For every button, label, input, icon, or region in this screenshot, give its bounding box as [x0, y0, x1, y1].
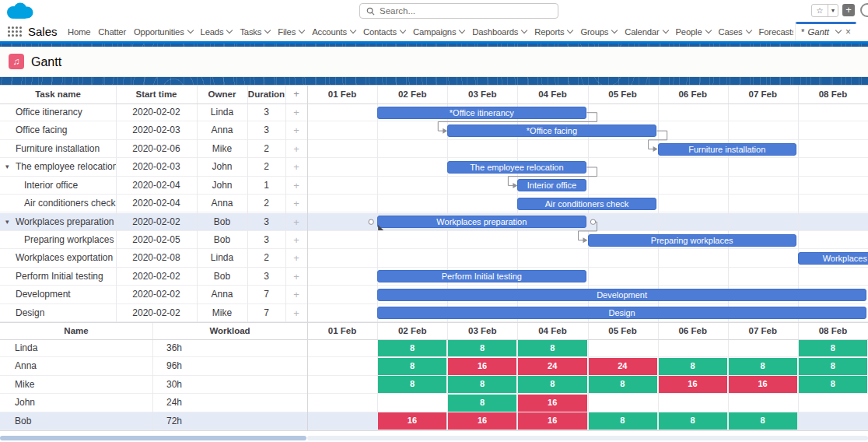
- task-row[interactable]: Workplaces exportation2020-02-08Linda2+: [0, 249, 868, 267]
- tab-groups[interactable]: Groups: [576, 22, 621, 41]
- duration-cell[interactable]: 7: [247, 286, 285, 303]
- gantt-bar[interactable]: Development: [377, 289, 866, 301]
- chevron-down-icon[interactable]: [350, 27, 356, 33]
- start-time-cell[interactable]: 2020-02-04: [116, 195, 197, 212]
- resource-row[interactable]: Linda36h8888: [0, 339, 868, 357]
- start-time-cell[interactable]: 2020-02-05: [116, 231, 197, 249]
- owner-cell[interactable]: Anna: [197, 121, 247, 139]
- column-header-duration[interactable]: Duration: [247, 85, 285, 103]
- task-name-cell[interactable]: Design: [0, 304, 116, 322]
- task-name-cell[interactable]: Office facing: [0, 121, 116, 139]
- resource-row[interactable]: Mike30h888816168: [0, 376, 868, 394]
- start-time-cell[interactable]: 2020-02-02: [116, 103, 197, 121]
- task-name-cell[interactable]: Development: [0, 286, 116, 303]
- task-row[interactable]: Interior office2020-02-04John1+: [0, 177, 868, 195]
- gantt-bar[interactable]: Design: [377, 307, 866, 319]
- add-subtask-button[interactable]: +: [285, 249, 307, 267]
- add-subtask-button[interactable]: +: [285, 195, 307, 212]
- workload-column-header-workload[interactable]: Workload: [152, 322, 307, 339]
- chevron-down-icon[interactable]: [662, 27, 668, 33]
- chevron-down-icon[interactable]: [835, 27, 842, 33]
- duration-cell[interactable]: 3: [247, 103, 285, 121]
- column-header-owner[interactable]: Owner: [197, 85, 247, 103]
- add-subtask-button[interactable]: +: [285, 213, 307, 231]
- tab-accounts[interactable]: Accounts: [308, 22, 359, 41]
- task-name-cell[interactable]: Preparing workplaces: [0, 231, 116, 249]
- chevron-down-icon[interactable]: [459, 27, 465, 33]
- gantt-bar[interactable]: Perform Initial testing: [377, 270, 586, 282]
- task-row[interactable]: Air conditioners check2020-02-04Anna2+: [0, 195, 868, 212]
- tab-calendar[interactable]: Calendar: [621, 22, 671, 41]
- duration-cell[interactable]: 2: [247, 195, 285, 212]
- duration-cell[interactable]: 3: [247, 268, 285, 286]
- task-name-cell[interactable]: Workplaces exportation: [0, 249, 116, 267]
- tab-forecasts[interactable]: Forecasts: [755, 22, 793, 41]
- tab-reports[interactable]: Reports: [530, 22, 576, 41]
- add-subtask-button[interactable]: +: [285, 304, 307, 322]
- global-add-button[interactable]: +: [842, 4, 855, 16]
- gantt-bar[interactable]: Interior office: [517, 179, 586, 191]
- start-time-cell[interactable]: 2020-02-02: [116, 286, 197, 303]
- task-name-cell[interactable]: Air conditioners check: [0, 195, 116, 212]
- chevron-down-icon[interactable]: [521, 27, 527, 33]
- add-subtask-button[interactable]: +: [285, 103, 307, 121]
- add-subtask-button[interactable]: +: [285, 268, 307, 286]
- start-time-cell[interactable]: 2020-02-03: [116, 158, 197, 176]
- chevron-down-icon[interactable]: [187, 27, 193, 33]
- resource-row[interactable]: Anna96h8162424888: [0, 357, 868, 375]
- chevron-down-icon[interactable]: [400, 27, 406, 33]
- duration-cell[interactable]: 2: [247, 140, 285, 158]
- task-row[interactable]: ▾The employee relocation2020-02-03John2+: [0, 158, 868, 176]
- owner-cell[interactable]: Mike: [197, 140, 247, 158]
- add-subtask-button[interactable]: +: [285, 158, 307, 176]
- help-icon[interactable]: [860, 3, 868, 17]
- gantt-bar[interactable]: Workplaces preparation: [377, 216, 586, 228]
- owner-cell[interactable]: Anna: [197, 195, 247, 212]
- gantt-bar[interactable]: *Office facing: [447, 125, 656, 137]
- task-name-cell[interactable]: Interior office: [0, 177, 116, 195]
- owner-cell[interactable]: Linda: [197, 249, 247, 267]
- add-subtask-button[interactable]: +: [285, 177, 307, 195]
- expand-caret-icon[interactable]: ▾: [5, 213, 9, 231]
- tab-home[interactable]: Home: [64, 22, 94, 41]
- tab-contacts[interactable]: Contacts: [359, 22, 409, 41]
- gantt-bar[interactable]: Preparing workplaces: [588, 234, 796, 247]
- owner-cell[interactable]: Bob: [197, 268, 247, 286]
- task-row[interactable]: Office facing2020-02-03Anna3+: [0, 121, 868, 139]
- add-column-button[interactable]: +: [285, 85, 307, 103]
- tab-dashboards[interactable]: Dashboards: [468, 22, 530, 41]
- add-subtask-button[interactable]: +: [285, 231, 307, 249]
- star-icon[interactable]: ☆: [812, 5, 828, 16]
- workload-column-header-name[interactable]: Name: [0, 322, 152, 339]
- owner-cell[interactable]: Bob: [197, 213, 247, 231]
- gantt-bar[interactable]: Furniture installation: [658, 143, 796, 156]
- column-header-task-name[interactable]: Task name: [0, 85, 116, 103]
- task-name-cell[interactable]: Perform Initial testing: [0, 268, 116, 286]
- chevron-down-icon[interactable]: [745, 27, 751, 33]
- close-icon[interactable]: ×: [845, 26, 851, 37]
- gantt-bar[interactable]: Air conditioners check: [517, 198, 656, 210]
- tab-chatter[interactable]: Chatter: [94, 22, 130, 41]
- favorites-button[interactable]: ☆ ▼: [811, 4, 838, 17]
- task-name-cell[interactable]: ▾The employee relocation: [0, 158, 116, 176]
- duration-cell[interactable]: 2: [247, 249, 285, 267]
- add-subtask-button[interactable]: +: [285, 121, 307, 139]
- app-launcher-icon[interactable]: [8, 26, 22, 37]
- tab-people[interactable]: People: [672, 22, 715, 41]
- owner-cell[interactable]: Bob: [197, 231, 247, 249]
- start-time-cell[interactable]: 2020-02-08: [116, 249, 197, 267]
- owner-cell[interactable]: John: [197, 158, 247, 176]
- start-time-cell[interactable]: 2020-02-04: [116, 177, 197, 195]
- gantt-bar[interactable]: *Office itinerancy: [377, 107, 586, 119]
- column-header-start-time[interactable]: Start time: [116, 85, 197, 103]
- task-name-cell[interactable]: Office itinerancy: [0, 103, 116, 121]
- chevron-down-icon[interactable]: [611, 27, 618, 33]
- tab-leads[interactable]: Leads: [197, 22, 236, 41]
- chevron-down-icon[interactable]: [705, 27, 711, 33]
- chevron-down-icon[interactable]: [299, 27, 305, 33]
- owner-cell[interactable]: Linda: [197, 103, 247, 121]
- chevron-down-icon[interactable]: [264, 27, 271, 33]
- resource-row[interactable]: Bob72h161616888: [0, 412, 868, 430]
- gantt-bar[interactable]: Workplaces exportation: [798, 252, 868, 265]
- resource-row[interactable]: John24h816: [0, 394, 868, 412]
